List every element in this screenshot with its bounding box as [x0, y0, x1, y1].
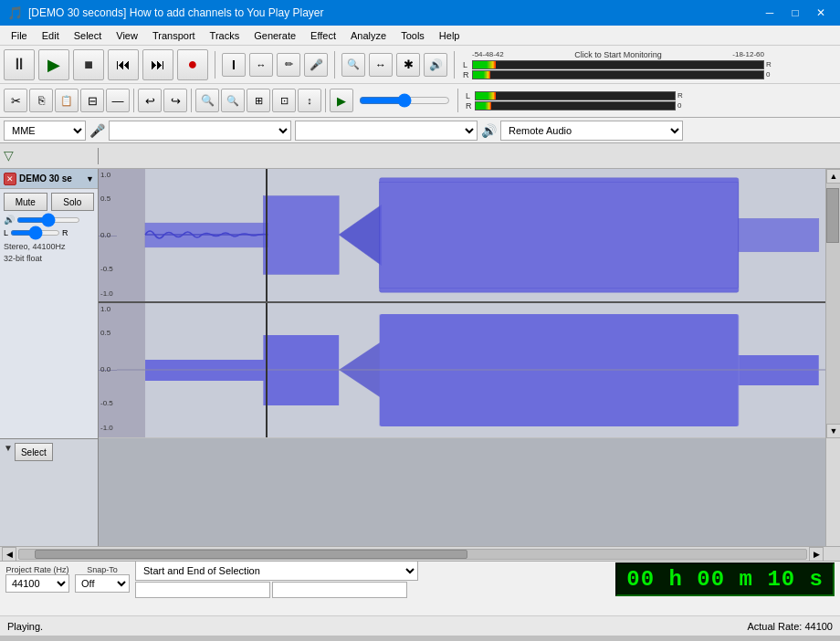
svg-rect-5	[380, 178, 739, 292]
remote-audio-select[interactable]: Remote Audio	[500, 121, 683, 141]
multi-tool-button[interactable]: ✱	[396, 53, 420, 77]
selection-end-input[interactable]: 00 h 00 m 00.000 s	[272, 582, 407, 598]
pause-button[interactable]: ⏸	[4, 49, 35, 80]
menu-file[interactable]: File	[4, 26, 35, 46]
speaker-tool-button[interactable]: 🔊	[424, 53, 447, 77]
record-button[interactable]: ●	[177, 49, 208, 80]
collapse-icon[interactable]: ▼	[4, 443, 13, 453]
menu-generate[interactable]: Generate	[247, 26, 303, 46]
playhead-bot	[266, 303, 268, 437]
envelope-tool-button[interactable]: ↔︎	[249, 53, 273, 77]
project-rate-group: Project Rate (Hz) 44100	[5, 565, 69, 593]
timeshift-tool-button[interactable]: ↔	[369, 53, 393, 77]
y-label-1-top: 1.0	[100, 171, 110, 179]
selection-inputs: 00 h 00 m 00.000 s 00 h 00 m 00.000 s	[135, 582, 418, 598]
sep7	[457, 89, 458, 112]
toolbar-row1: ⏸ ▶ ■ ⏮ ⏭ ● I ↔︎ ✏ 🎤 🔍 ↔ ✱ 🔊 -54-48-42 C…	[0, 46, 840, 84]
minimize-button[interactable]: ─	[758, 4, 782, 22]
input-device-select[interactable]	[109, 121, 291, 141]
title-bar-left: 🎵 [DEMO 30 seconds] How to add channels …	[7, 5, 324, 20]
paste-button[interactable]: 📋	[55, 89, 79, 112]
menu-edit[interactable]: Edit	[35, 26, 67, 46]
project-rate-select[interactable]: 44100	[5, 574, 69, 593]
v-scroll-empty	[825, 438, 840, 546]
zoom-out-button[interactable]: 🔍	[221, 89, 245, 112]
host-select[interactable]: MME	[4, 121, 86, 141]
v-scrollbar: ▲ ▼	[825, 169, 840, 438]
selection-start-input[interactable]: 00 h 00 m 00.000 s	[135, 582, 270, 598]
menu-tools[interactable]: Tools	[394, 26, 432, 46]
trim-button[interactable]: ⊟	[80, 89, 104, 112]
track-info-line1: Stereo, 44100Hz	[4, 241, 94, 253]
play-speed-button[interactable]: ▶	[330, 89, 353, 112]
vu-row-r: R 0	[463, 70, 772, 79]
v-scroll-down-button[interactable]: ▼	[826, 424, 840, 438]
output-device-select[interactable]	[295, 121, 478, 141]
skip-back-button[interactable]: ⏮	[108, 49, 139, 80]
snap-to-label: Snap-To	[87, 565, 118, 574]
track-info: Stereo, 44100Hz 32-bit float	[4, 241, 94, 264]
zoom-tog-button[interactable]: ↕	[298, 89, 321, 112]
y-label-half-top: 0.5	[100, 194, 110, 203]
solo-button[interactable]: Solo	[51, 193, 95, 211]
start-triangle: ▽	[4, 148, 14, 163]
zoom-fit-button[interactable]: ⊡	[272, 89, 296, 112]
h-scroll-left-button[interactable]: ◀	[2, 547, 16, 562]
snap-to-group: Snap-To Off	[75, 565, 130, 593]
h-scroll-right-button[interactable]: ▶	[809, 547, 824, 562]
y-label-neg-half-bot: -0.5	[100, 399, 113, 407]
mute-button[interactable]: Mute	[4, 193, 47, 211]
time-display-text: 00 h 00 m 10 s	[626, 567, 824, 592]
menu-effect[interactable]: Effect	[303, 26, 343, 46]
play-button[interactable]: ▶	[38, 49, 69, 80]
menu-select[interactable]: Select	[67, 26, 110, 46]
y-label-neg-half-top: -0.5	[100, 265, 113, 273]
menu-view[interactable]: View	[109, 26, 145, 46]
speed-slider[interactable]	[359, 97, 450, 104]
draw-tool-button[interactable]: ✏	[277, 53, 300, 77]
pan-row: L R	[4, 228, 94, 237]
cut-button[interactable]: ✂	[4, 89, 27, 112]
h-scroll-thumb[interactable]	[35, 550, 467, 559]
mic-tool-button[interactable]: 🎤	[304, 53, 328, 77]
close-button[interactable]: ✕	[809, 4, 833, 22]
pan-slider[interactable]	[10, 230, 60, 236]
zoom-in-button[interactable]: 🔍	[195, 89, 219, 112]
sep6	[325, 89, 326, 112]
copy-button[interactable]: ⎘	[29, 89, 53, 112]
track-expand-icon[interactable]: ▼	[86, 174, 94, 184]
zoom-in-tool-button[interactable]: 🔍	[341, 53, 365, 77]
track-close-button[interactable]: ✕	[4, 173, 16, 185]
sep5	[191, 89, 192, 112]
undo-button[interactable]: ↩	[138, 89, 162, 112]
stop-button[interactable]: ■	[73, 49, 104, 80]
project-rate-label: Project Rate (Hz)	[5, 565, 68, 574]
vu-meter2-section: L R R 0	[466, 91, 683, 110]
select-tool-button[interactable]: I	[222, 53, 246, 77]
gain-slider[interactable]	[16, 217, 80, 223]
selection-mode-select[interactable]: Start and End of Selection	[135, 561, 418, 581]
menu-help[interactable]: Help	[432, 26, 467, 46]
menu-transport[interactable]: Transport	[145, 26, 203, 46]
snap-to-select[interactable]: Off	[75, 574, 130, 593]
select-footer-button[interactable]: Select	[15, 443, 53, 461]
waveform-area[interactable]: 1.0 0.5 0.0 -0.5 -1.0	[99, 169, 825, 438]
vu-meter-section: -54-48-42 Click to Start Monitoring -18-…	[463, 50, 772, 79]
vu-l-label: L	[463, 60, 470, 69]
vu-r-label: R	[463, 70, 470, 79]
zoom-sel-button[interactable]: ⊞	[247, 89, 270, 112]
mute-solo-row: Mute Solo	[4, 193, 94, 211]
skip-fwd-button[interactable]: ⏭	[142, 49, 173, 80]
click-monitor-label[interactable]: Click to Start Monitoring	[504, 50, 733, 59]
menu-tracks[interactable]: Tracks	[203, 26, 247, 46]
title-bar-controls[interactable]: ─ □ ✕	[758, 4, 833, 22]
menu-analyze[interactable]: Analyze	[343, 26, 394, 46]
status-bar: Playing. Actual Rate: 44100	[0, 615, 840, 636]
v-scroll-thumb[interactable]	[826, 188, 839, 243]
maximize-button[interactable]: □	[783, 4, 807, 22]
track-footer-left: ▼ Select	[0, 438, 99, 546]
v-scroll-up-button[interactable]: ▲	[826, 169, 840, 184]
silence-button[interactable]: —	[106, 89, 130, 112]
menu-bar: File Edit Select View Transport Tracks G…	[0, 26, 840, 46]
redo-button[interactable]: ↪	[163, 89, 187, 112]
